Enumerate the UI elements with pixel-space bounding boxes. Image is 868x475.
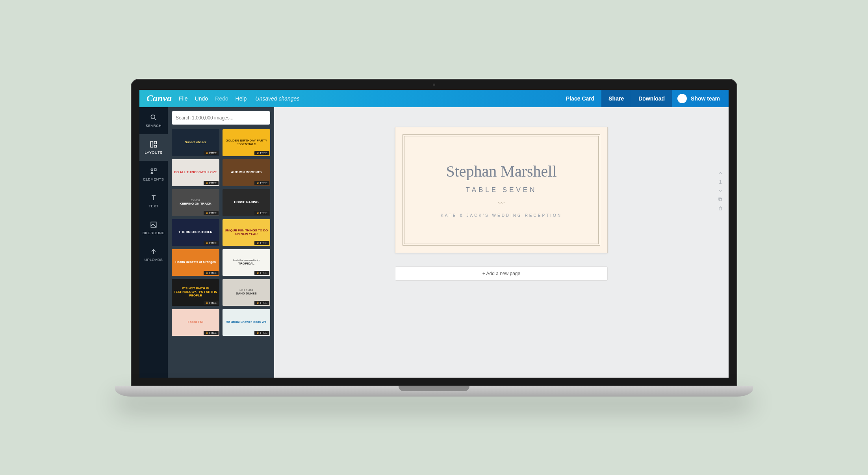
template-thumbnail[interactable]: Sunset chaserFREE xyxy=(172,129,219,156)
tab-search[interactable]: SEARCH xyxy=(139,107,168,134)
tab-layouts[interactable]: LAYOUTS xyxy=(139,134,168,161)
unsaved-status: Unsaved changes xyxy=(255,95,299,102)
design-canvas[interactable]: Stephan Marshell TABLE SEVEN 〰 KATE & JA… xyxy=(395,127,608,253)
template-thumbnail[interactable]: HORSE RACINGFREE xyxy=(223,189,270,216)
template-thumbnail[interactable]: GOLDEN BIRTHDAY PARTY ESSENTIALSFREE xyxy=(223,129,270,156)
laptop-frame: Canva File Undo Redo Help Unsaved change… xyxy=(131,79,737,397)
free-badge: FREE xyxy=(204,151,219,155)
free-badge: FREE xyxy=(254,271,269,275)
template-thumbnail[interactable]: foods that you need to tryTROPICALFREE xyxy=(223,249,270,276)
template-thumbnail[interactable]: DO ALL THINGS WITH LOVEFREE xyxy=(172,159,219,186)
template-thumbnail[interactable]: 05/10/19KEEPING ON TRACKFREE xyxy=(172,189,219,216)
document-title[interactable]: Place Card xyxy=(559,95,601,102)
brand-logo[interactable]: Canva xyxy=(139,93,179,104)
download-button[interactable]: Download xyxy=(631,90,672,107)
svg-point-0 xyxy=(151,115,155,119)
flourish-icon: 〰 xyxy=(498,199,505,208)
tab-elements-label: ELEMENTS xyxy=(143,177,164,181)
tab-uploads-label: UPLOADS xyxy=(145,258,163,262)
menu-file[interactable]: File xyxy=(179,95,188,102)
free-badge: FREE xyxy=(204,271,219,275)
template-thumbnail[interactable]: IT'S NOT FAITH IN TECHNOLOGY. IT'S FAITH… xyxy=(172,279,219,306)
tab-bkground[interactable]: BKGROUND xyxy=(139,214,168,241)
main-area: SEARCH LAYOUTS ELEMENTS TEXT xyxy=(139,107,729,378)
svg-rect-16 xyxy=(719,207,721,210)
tab-layouts-label: LAYOUTS xyxy=(145,151,163,155)
free-badge: FREE xyxy=(254,331,269,335)
chevron-up-icon[interactable] xyxy=(718,170,723,176)
canvas-area[interactable]: Stephan Marshell TABLE SEVEN 〰 KATE & JA… xyxy=(274,107,729,378)
menu-bar: File Undo Redo Help Unsaved changes xyxy=(179,95,299,102)
copy-icon[interactable] xyxy=(718,197,723,202)
uploads-icon xyxy=(150,248,158,255)
template-thumbnail[interactable]: AUTUMN MOMENTSFREE xyxy=(223,159,270,186)
templates-panel: Sunset chaserFREEGOLDEN BIRTHDAY PARTY E… xyxy=(168,107,274,378)
svg-rect-3 xyxy=(154,141,157,144)
free-badge: FREE xyxy=(204,331,219,335)
svg-point-5 xyxy=(151,169,153,171)
page-controls: 1 xyxy=(718,170,723,211)
card-guest-name[interactable]: Stephan Marshell xyxy=(446,162,556,181)
topbar-right: Place Card Share Download Show team xyxy=(559,90,729,107)
svg-line-12 xyxy=(153,224,156,227)
menu-help[interactable]: Help xyxy=(236,95,247,102)
svg-rect-4 xyxy=(154,145,157,147)
svg-rect-2 xyxy=(151,141,153,147)
show-team-button[interactable]: Show team xyxy=(691,95,729,102)
free-badge: FREE xyxy=(204,241,219,245)
tab-search-label: SEARCH xyxy=(146,124,162,128)
template-grid: Sunset chaserFREEGOLDEN BIRTHDAY PARTY E… xyxy=(172,129,270,336)
card-reception-text[interactable]: KATE & JACK'S WEDDING RECEPTION xyxy=(441,213,562,218)
layouts-icon xyxy=(150,140,158,148)
card-border-inner: Stephan Marshell TABLE SEVEN 〰 KATE & JA… xyxy=(404,136,599,244)
template-thumbnail[interactable]: 50 Bridal Shower Ideas WeFREE xyxy=(223,309,270,336)
search-input[interactable] xyxy=(176,115,266,121)
text-icon xyxy=(150,194,158,202)
svg-rect-14 xyxy=(720,198,722,201)
template-thumbnail[interactable]: Faded FallFREE xyxy=(172,309,219,336)
side-tabs: SEARCH LAYOUTS ELEMENTS TEXT xyxy=(139,107,168,378)
free-badge: FREE xyxy=(254,151,269,155)
template-thumbnail[interactable]: THE RUSTIC KITCHENFREE xyxy=(172,219,219,246)
tab-text[interactable]: TEXT xyxy=(139,188,168,214)
tab-bkground-label: BKGROUND xyxy=(143,231,165,235)
page-number: 1 xyxy=(719,179,721,185)
free-badge: FREE xyxy=(254,241,269,245)
card-table-text[interactable]: TABLE SEVEN xyxy=(466,186,537,194)
template-thumbnail[interactable]: UNIQUE FUN THINGS TO DO ON NEW YEARFREE xyxy=(223,219,270,246)
menu-undo[interactable]: Undo xyxy=(195,95,208,102)
screen-bezel: Canva File Undo Redo Help Unsaved change… xyxy=(131,79,737,386)
template-thumbnail[interactable]: Health Benefits of OrangesFREE xyxy=(172,249,219,276)
top-bar: Canva File Undo Redo Help Unsaved change… xyxy=(139,90,729,107)
free-badge: FREE xyxy=(254,301,269,305)
card-border-outer: Stephan Marshell TABLE SEVEN 〰 KATE & JA… xyxy=(402,134,600,246)
free-badge: FREE xyxy=(254,211,269,215)
tab-uploads[interactable]: UPLOADS xyxy=(139,241,168,268)
bkground-icon xyxy=(150,221,158,229)
tab-text-label: TEXT xyxy=(148,204,158,208)
svg-rect-6 xyxy=(154,169,156,171)
app-screen: Canva File Undo Redo Help Unsaved change… xyxy=(139,90,729,378)
svg-rect-15 xyxy=(719,197,721,200)
menu-redo[interactable]: Redo xyxy=(215,95,228,102)
trash-icon[interactable] xyxy=(718,205,723,211)
search-icon xyxy=(150,114,158,121)
share-button[interactable]: Share xyxy=(601,90,631,107)
laptop-base xyxy=(115,386,753,397)
free-badge: FREE xyxy=(254,181,269,185)
camera-dot xyxy=(433,84,435,86)
free-badge: FREE xyxy=(204,181,219,185)
search-box[interactable] xyxy=(172,111,270,125)
avatar[interactable] xyxy=(677,94,687,103)
tab-elements[interactable]: ELEMENTS xyxy=(139,161,168,188)
svg-marker-7 xyxy=(151,171,153,173)
add-page-button[interactable]: + Add a new page xyxy=(395,266,608,281)
free-badge: FREE xyxy=(204,211,219,215)
free-badge: FREE xyxy=(204,301,219,305)
svg-line-1 xyxy=(155,118,156,120)
chevron-down-icon[interactable] xyxy=(718,188,723,194)
elements-icon xyxy=(150,167,158,175)
template-thumbnail[interactable]: NO 2 GUIDESAND DUNESFREE xyxy=(223,279,270,306)
